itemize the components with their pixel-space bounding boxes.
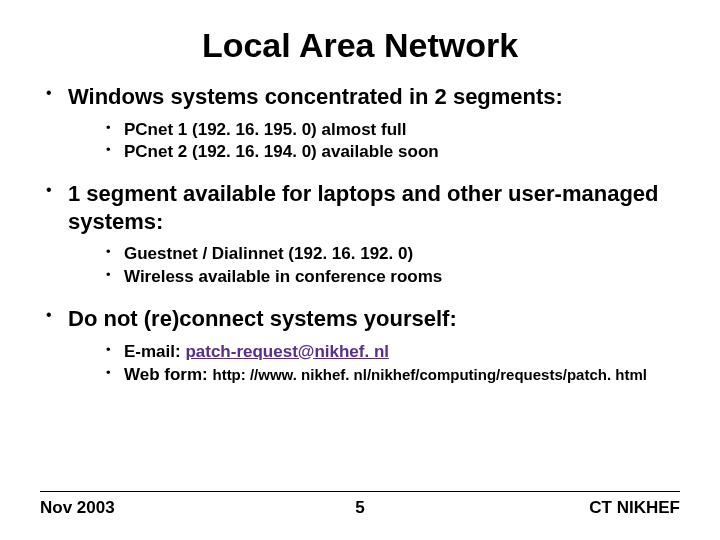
bullet-1b: PCnet 2 (192. 16. 194. 0) available soon — [102, 141, 680, 164]
bullet-2: 1 segment available for laptops and othe… — [40, 180, 680, 289]
footer: Nov 2003 5 CT NIKHEF — [40, 491, 680, 518]
bullet-list: Windows systems concentrated in 2 segmen… — [40, 83, 680, 387]
bullet-3-sublist: E-mail: patch-request@nikhef. nl Web for… — [68, 341, 680, 387]
bullet-3b-prefix: Web form: — [124, 365, 212, 384]
bullet-1: Windows systems concentrated in 2 segmen… — [40, 83, 680, 164]
bullet-3a: E-mail: patch-request@nikhef. nl — [102, 341, 680, 364]
footer-page-number: 5 — [40, 498, 680, 518]
bullet-1a: PCnet 1 (192. 16. 195. 0) almost full — [102, 119, 680, 142]
bullet-3a-prefix: E-mail: — [124, 342, 185, 361]
bullet-2-sublist: Guestnet / Dialinnet (192. 16. 192. 0) W… — [68, 243, 680, 289]
footer-row: Nov 2003 5 CT NIKHEF — [40, 498, 680, 518]
bullet-1-text: Windows systems concentrated in 2 segmen… — [68, 84, 563, 109]
bullet-1-sublist: PCnet 1 (192. 16. 195. 0) almost full PC… — [68, 119, 680, 165]
bullet-2-text: 1 segment available for laptops and othe… — [68, 181, 659, 234]
slide-title: Local Area Network — [40, 26, 680, 65]
email-link[interactable]: patch-request@nikhef. nl — [185, 342, 389, 361]
slide: Local Area Network Windows systems conce… — [0, 0, 720, 540]
bullet-3b: Web form: http: //www. nikhef. nl/nikhef… — [102, 364, 680, 387]
web-form-url: http: //www. nikhef. nl/nikhef/computing… — [212, 366, 646, 383]
bullet-3-text: Do not (re)connect systems yourself: — [68, 306, 457, 331]
footer-divider — [40, 491, 680, 492]
bullet-2b: Wireless available in conference rooms — [102, 266, 680, 289]
bullet-3: Do not (re)connect systems yourself: E-m… — [40, 305, 680, 386]
bullet-2a: Guestnet / Dialinnet (192. 16. 192. 0) — [102, 243, 680, 266]
